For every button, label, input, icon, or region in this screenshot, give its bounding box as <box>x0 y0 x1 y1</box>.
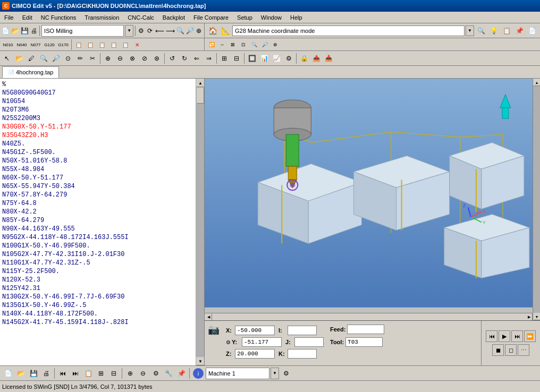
menu-edit[interactable]: Edit <box>18 12 37 23</box>
bottom-btn-3[interactable]: 💾 <box>28 368 39 379</box>
viewport-scroll-track-v[interactable] <box>533 86 540 313</box>
code-editor[interactable]: % N5G80G90G40G17 N10G54 N20T3M6 N25S2200… <box>0 79 196 365</box>
k-value[interactable] <box>288 349 317 359</box>
viewport-hscroll-left[interactable]: ◀ <box>205 313 212 321</box>
new-button[interactable]: 📄 <box>1 25 10 37</box>
bottom-btn-13[interactable]: 🔧 <box>163 368 174 379</box>
draw-btn-13[interactable]: ⊛ <box>151 53 163 64</box>
mode-btn-1[interactable]: ◼ <box>492 344 504 356</box>
draw-btn-10[interactable]: ⊖ <box>114 53 126 64</box>
view3d-btn-3[interactable]: ⊠ <box>228 39 238 50</box>
g28-btn-5[interactable]: 📄 <box>526 25 538 37</box>
j-value[interactable] <box>294 337 324 347</box>
g28-arrow-btn[interactable]: ▼ <box>466 25 474 36</box>
g28-btn-1[interactable]: 🔍 <box>475 25 487 37</box>
save-button[interactable]: 💾 <box>20 25 29 37</box>
machine-arrow[interactable]: ▼ <box>271 368 279 379</box>
bottom-btn-4[interactable]: 🖨 <box>40 368 52 379</box>
bottom-btn-10[interactable]: ⊕ <box>124 368 136 379</box>
bottom-btn-1[interactable]: 📄 <box>2 368 14 379</box>
scroll-thumb[interactable] <box>197 88 204 104</box>
bottom-btn-11[interactable]: ⊖ <box>137 368 149 379</box>
z-value[interactable]: 20.000 <box>235 349 275 359</box>
viewport-scroll-down[interactable]: ▼ <box>533 313 540 320</box>
nc-btn-n77[interactable]: N077 <box>29 39 43 50</box>
viewport-hscroll-right[interactable]: ▶ <box>525 313 533 321</box>
nc-btn-g12[interactable]: G120 <box>43 39 56 50</box>
viewport-scroll-up[interactable]: ▲ <box>533 79 540 86</box>
play-btn[interactable]: ▶ <box>499 330 510 342</box>
draw-btn-6[interactable]: ⊙ <box>62 53 74 64</box>
view3d-btn-6[interactable]: 🔎 <box>260 39 269 50</box>
draw-btn-26[interactable]: 📥 <box>323 53 334 64</box>
machine-config-btn[interactable]: ⚙ <box>280 368 292 379</box>
draw-btn-1[interactable]: ↖ <box>1 53 13 64</box>
step-forward-btn[interactable]: ⏩ <box>524 330 536 342</box>
draw-btn-18[interactable]: ⊞ <box>218 53 230 64</box>
menu-setup[interactable]: Setup <box>233 12 257 23</box>
bottom-btn-2[interactable]: 📂 <box>15 368 27 379</box>
draw-btn-12[interactable]: ⊘ <box>139 53 150 64</box>
scroll-up-btn[interactable]: ▲ <box>196 79 204 87</box>
view3d-btn-1[interactable]: 🔁 <box>207 39 216 50</box>
g28-btn-4[interactable]: 📌 <box>513 25 525 37</box>
draw-btn-25[interactable]: 📤 <box>310 53 322 64</box>
mode-btn-2[interactable]: ◻ <box>505 344 517 356</box>
g28-icon-1[interactable]: 🏠 <box>207 25 218 37</box>
g28-icon-2[interactable]: 📐 <box>220 25 231 37</box>
rewind-btn[interactable]: ⏮ <box>486 330 497 342</box>
iso-milling-dropdown[interactable]: ISO Milling <box>41 25 124 37</box>
feed-value[interactable] <box>347 325 384 334</box>
nc-btn-a3[interactable]: 📋 <box>96 39 108 50</box>
nc-btn-n40[interactable]: N040 <box>15 39 29 50</box>
menu-file[interactable]: File <box>0 12 18 23</box>
bottom-btn-12[interactable]: ⚙ <box>150 368 162 379</box>
menu-cnc-calc[interactable]: CNC-Calc <box>123 12 158 23</box>
nc-btn-a5[interactable]: 📋 <box>120 39 131 50</box>
y-value[interactable]: -51.177 <box>242 337 282 347</box>
nc-btn-a2[interactable]: 📋 <box>85 39 96 50</box>
tb-btn-1[interactable]: ⚙ <box>137 25 145 37</box>
scroll-track[interactable] <box>196 87 204 357</box>
i-value[interactable] <box>288 326 317 335</box>
menu-nc-functions[interactable]: NC Functions <box>37 12 81 23</box>
bottom-btn-6[interactable]: ⏭ <box>70 368 81 379</box>
draw-btn-22[interactable]: 📈 <box>271 53 282 64</box>
iso-milling-arrow[interactable]: ▼ <box>125 25 133 37</box>
menu-transmission[interactable]: Transmission <box>80 12 123 23</box>
draw-btn-19[interactable]: ⊟ <box>231 53 242 64</box>
g28-dropdown[interactable]: G28 Machine coordinate mode <box>232 25 465 36</box>
draw-btn-21[interactable]: 📊 <box>258 53 270 64</box>
draw-btn-5[interactable]: 🔎 <box>50 53 62 64</box>
draw-btn-16[interactable]: ⇐ <box>191 53 203 64</box>
draw-btn-3[interactable]: 🖊 <box>26 53 37 64</box>
scroll-down-btn[interactable]: ▼ <box>196 357 204 365</box>
view3d-btn-5[interactable]: 🔍 <box>249 39 259 50</box>
bottom-btn-9[interactable]: ⊟ <box>108 368 120 379</box>
viewport-3d[interactable]: X Y Z ▲ ▼ ◀ ▶ <box>205 79 540 320</box>
nc-btn-a1[interactable]: 📋 <box>73 39 85 50</box>
tb-btn-2[interactable]: ⟳ <box>146 25 154 37</box>
draw-btn-24[interactable]: 🔒 <box>298 53 310 64</box>
machine-dropdown[interactable]: Machine 1 <box>206 368 269 379</box>
draw-btn-7[interactable]: ✏ <box>74 53 86 64</box>
g28-btn-2[interactable]: 💡 <box>488 25 500 37</box>
open-button[interactable]: 📂 <box>11 25 20 37</box>
tb-btn-7[interactable]: ⊕ <box>195 25 203 37</box>
draw-btn-9[interactable]: ⊕ <box>102 53 114 64</box>
bottom-btn-7[interactable]: 📋 <box>82 368 94 379</box>
draw-btn-17[interactable]: ⇒ <box>203 53 215 64</box>
draw-btn-14[interactable]: ↺ <box>166 53 178 64</box>
tb-btn-5[interactable]: 🔍 <box>176 25 185 37</box>
draw-btn-4[interactable]: 🔍 <box>38 53 49 64</box>
fast-forward-btn[interactable]: ⏭ <box>511 330 523 342</box>
tb-btn-6[interactable]: 🔎 <box>185 25 195 37</box>
menu-window[interactable]: Window <box>257 12 286 23</box>
bottom-btn-8[interactable]: ⊞ <box>95 368 107 379</box>
g28-btn-3[interactable]: 📋 <box>501 25 512 37</box>
draw-btn-20[interactable]: 🔲 <box>246 53 258 64</box>
draw-btn-2[interactable]: 📂 <box>13 53 25 64</box>
tb-btn-3[interactable]: ⟵ <box>155 25 165 37</box>
bottom-btn-5[interactable]: ⏮ <box>57 368 69 379</box>
nc-btn-close[interactable]: ✕ <box>131 39 143 50</box>
